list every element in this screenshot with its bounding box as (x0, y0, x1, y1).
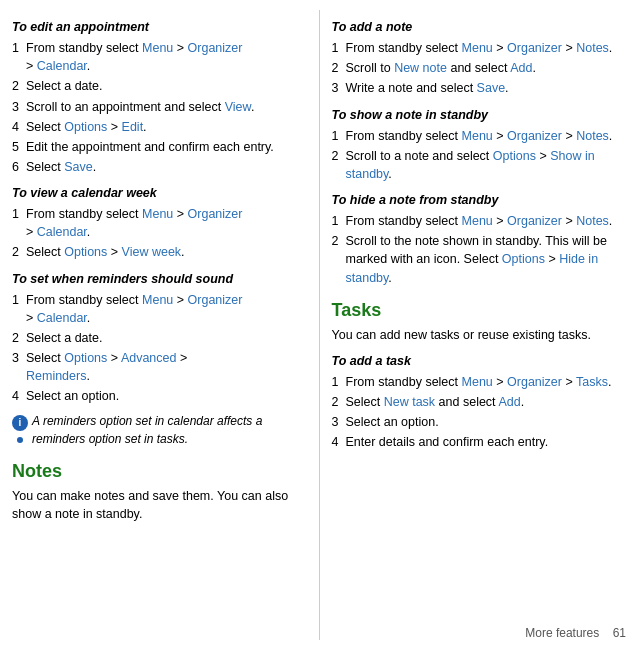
steps-add-note: 1From standby select Menu > Organizer > … (332, 39, 627, 97)
step-item: 1From standby select Menu > Organizer> C… (12, 205, 307, 241)
section-tasks: Tasks You can add new tasks or reuse exi… (332, 297, 627, 344)
step-item: 6Select Save. (12, 158, 307, 176)
sub-heading-reminders: To set when reminders should sound (12, 270, 307, 288)
step-item: 3Write a note and select Save. (332, 79, 627, 97)
sub-heading-add-task: To add a task (332, 352, 627, 370)
section-notes: Notes You can make notes and save them. … (12, 458, 307, 523)
page-number: 61 (613, 626, 626, 640)
footer-label: More features (525, 626, 599, 640)
step-item: 5Edit the appointment and confirm each e… (12, 138, 307, 156)
steps-view-week: 1From standby select Menu > Organizer> C… (12, 205, 307, 261)
page: To edit an appointment 1From standby sel… (0, 0, 638, 650)
section-show-note-standby: To show a note in standby 1From standby … (332, 106, 627, 184)
sub-heading-view-week: To view a calendar week (12, 184, 307, 202)
note-box: i A reminders option set in calendar aff… (12, 413, 307, 448)
left-column: To edit an appointment 1From standby sel… (8, 10, 313, 640)
note-icon: i (12, 415, 28, 431)
step-item: 4Enter details and confirm each entry. (332, 433, 627, 451)
step-item: 2Scroll to the note shown in standby. Th… (332, 232, 627, 286)
step-item: 4Select Options > Edit. (12, 118, 307, 136)
steps-edit-appointment: 1From standby select Menu > Organizer> C… (12, 39, 307, 176)
step-item: 2Select a date. (12, 77, 307, 95)
sub-heading-add-note: To add a note (332, 18, 627, 36)
step-item: 1From standby select Menu > Organizer> C… (12, 39, 307, 75)
step-item: 1From standby select Menu > Organizer > … (332, 212, 627, 230)
section-add-task: To add a task 1From standby select Menu … (332, 352, 627, 452)
sub-heading-hide-note: To hide a note from standby (332, 191, 627, 209)
steps-hide-note: 1From standby select Menu > Organizer > … (332, 212, 627, 287)
notes-intro: You can make notes and save them. You ca… (12, 487, 307, 523)
step-item: 3Scroll to an appointment and select Vie… (12, 98, 307, 116)
step-item: 2Select a date. (12, 329, 307, 347)
steps-add-task: 1From standby select Menu > Organizer > … (332, 373, 627, 452)
section-view-calendar-week: To view a calendar week 1From standby se… (12, 184, 307, 262)
note-bullet (17, 437, 23, 443)
steps-reminders: 1From standby select Menu > Organizer> C… (12, 291, 307, 406)
tasks-heading: Tasks (332, 297, 627, 323)
column-divider (319, 10, 320, 640)
step-item: 1From standby select Menu > Organizer> C… (12, 291, 307, 327)
sub-heading-edit-appointment: To edit an appointment (12, 18, 307, 36)
right-column: To add a note 1From standby select Menu … (326, 10, 631, 640)
section-add-note: To add a note 1From standby select Menu … (332, 18, 627, 98)
notes-heading: Notes (12, 458, 307, 484)
step-item: 4Select an option. (12, 387, 307, 405)
section-hide-note-standby: To hide a note from standby 1From standb… (332, 191, 627, 287)
section-edit-appointment: To edit an appointment 1From standby sel… (12, 18, 307, 176)
steps-show-note: 1From standby select Menu > Organizer > … (332, 127, 627, 183)
step-item: 1From standby select Menu > Organizer > … (332, 127, 627, 145)
step-item: 2Scroll to a note and select Options > S… (332, 147, 627, 183)
sub-heading-show-note: To show a note in standby (332, 106, 627, 124)
step-item: 2Scroll to New note and select Add. (332, 59, 627, 77)
step-item: 2Select New task and select Add. (332, 393, 627, 411)
note-text: A reminders option set in calendar affec… (32, 413, 307, 448)
step-item: 1From standby select Menu > Organizer > … (332, 373, 627, 391)
step-item: 2Select Options > View week. (12, 243, 307, 261)
footer: More features 61 (525, 626, 626, 640)
section-reminders: To set when reminders should sound 1From… (12, 270, 307, 406)
step-item: 3Select Options > Advanced >Reminders. (12, 349, 307, 385)
step-item: 1From standby select Menu > Organizer > … (332, 39, 627, 57)
tasks-intro: You can add new tasks or reuse existing … (332, 326, 627, 344)
step-item: 3Select an option. (332, 413, 627, 431)
